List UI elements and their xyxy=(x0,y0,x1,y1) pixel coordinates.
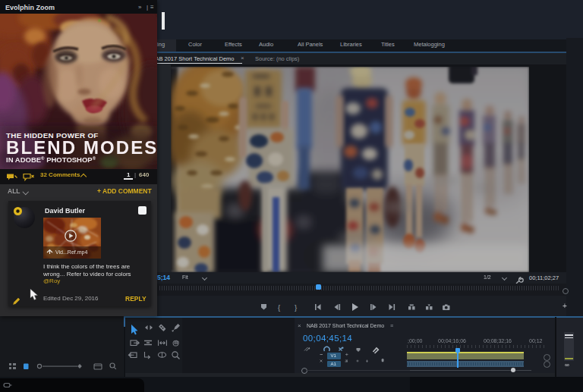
svg-text:{: { xyxy=(278,303,280,312)
svg-text:Vid...Ref.mp4: Vid...Ref.mp4 xyxy=(55,249,87,256)
svg-text:}: } xyxy=(295,303,297,312)
